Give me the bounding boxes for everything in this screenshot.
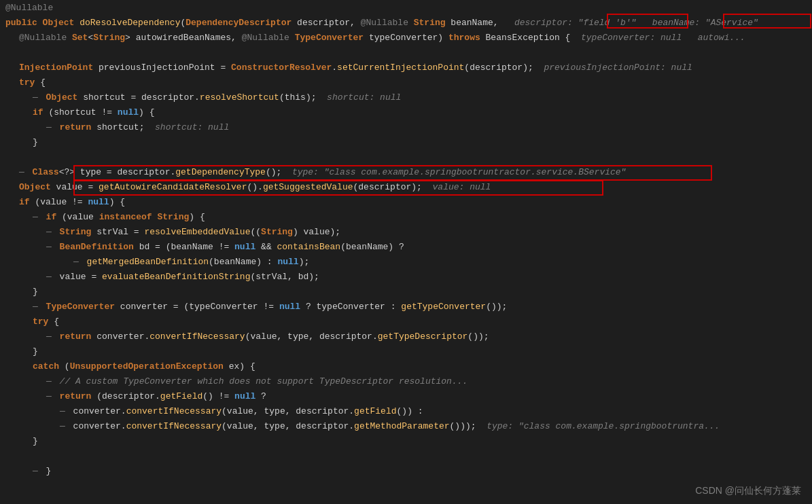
indent-dash: — — [60, 421, 71, 431]
token: String — [261, 227, 293, 237]
indent-dash: — — [46, 331, 57, 342]
token: } — [33, 287, 38, 297]
code-line: — converter.convertIfNecessary(value, ty… — [0, 421, 812, 436]
line-content: if (value instanceof String) { — [46, 212, 807, 222]
token: return — [60, 391, 92, 401]
code-line: — value = evaluateBeanDefinitionString(s… — [0, 272, 812, 287]
indent-dash: — — [33, 212, 43, 222]
token: "field 'b'" — [578, 18, 637, 28]
line-content: public Object doResolveDependency(Depend… — [5, 18, 807, 28]
token: shortcut; — [91, 122, 155, 132]
token: catch — [33, 361, 59, 372]
token: shortcut: null — [327, 92, 401, 103]
token: String — [414, 18, 446, 28]
token: getMergedBeanDefinition — [87, 257, 209, 267]
code-line: public Object doResolveDependency(Depend… — [0, 18, 812, 33]
token: ? — [255, 391, 266, 401]
token: Class — [33, 167, 59, 177]
token: (value — [56, 212, 99, 222]
token: getDependencyType — [175, 167, 266, 177]
token: getSuggestedValue — [263, 182, 353, 192]
token: InjectionPoint — [19, 62, 93, 73]
line-content: converter.convertIfNecessary(value, type… — [73, 421, 807, 431]
token: descriptor: — [514, 18, 578, 28]
line-content: return (descriptor.getField() != null ? — [60, 391, 807, 401]
token: ); — [299, 257, 310, 267]
token: // A custom TypeConverter which does not… — [60, 376, 468, 386]
token: ()) : — [397, 406, 423, 416]
token: throws — [448, 33, 480, 43]
token: } — [33, 436, 38, 446]
token: } — [46, 466, 52, 476]
code-line: } — [0, 436, 812, 451]
token: converter. — [91, 331, 149, 342]
token: (value, type, descriptor. — [222, 406, 354, 416]
token: beanName: — [636, 18, 705, 28]
token: setCurrentInjectionPoint — [337, 62, 464, 73]
line-content: String strVal = resolveEmbeddedValue((St… — [60, 227, 807, 237]
token: } — [33, 346, 38, 357]
code-line: — TypeConverter converter = (typeConvert… — [0, 302, 812, 317]
line-content: @Nullable Set<String> autowiredBeanNames… — [19, 33, 807, 43]
line-content: return converter.convertIfNecessary(valu… — [60, 331, 807, 342]
token: String — [157, 212, 189, 222]
token: typeConverter: null autowi... — [581, 33, 745, 43]
token: (value, type, descriptor. — [245, 331, 378, 342]
token: ())); — [450, 421, 487, 431]
indent-dash: — — [46, 227, 57, 237]
token: doResolveDependency — [80, 18, 180, 28]
code-line: — } — [0, 466, 812, 481]
code-line: catch (UnsupportedOperationException ex)… — [0, 361, 812, 376]
token: if — [33, 107, 43, 118]
code-line — [0, 48, 812, 62]
token: type: "class com.example.springbootruntr… — [292, 167, 626, 177]
token: beanName, — [446, 18, 514, 28]
line-content: BeanDefinition bd = (beanName != null &&… — [60, 242, 807, 252]
token: return — [60, 122, 92, 132]
token: Object — [43, 18, 80, 28]
token: } — [33, 137, 38, 147]
code-line: if (value != null) { — [0, 197, 812, 212]
token: (this); — [279, 92, 327, 103]
line-content: converter.convertIfNecessary(value, type… — [73, 406, 807, 416]
indent-dash: — — [46, 391, 57, 401]
token: previousInjectionPoint = — [93, 62, 231, 73]
token: (descriptor); — [464, 62, 544, 73]
token: TypeConverter — [295, 33, 364, 43]
code-line: — return (descriptor.getField() != null … — [0, 391, 812, 406]
line-content: } — [33, 346, 807, 357]
token: containsBean — [277, 242, 341, 252]
token: value: null — [433, 182, 491, 192]
token: getAutowireCandidateResolver — [99, 182, 247, 192]
token: "AService" — [705, 18, 758, 28]
code-line: @Nullable Set<String> autowiredBeanNames… — [0, 33, 812, 48]
token: converter. — [73, 406, 126, 416]
token: (descriptor. — [91, 391, 160, 401]
code-line — [0, 451, 812, 466]
indent-dash: — — [33, 92, 43, 103]
code-editor: @Nullablepublic Object doResolveDependen… — [0, 0, 812, 504]
token: @Nullable — [5, 3, 53, 13]
line-content: Object value = getAutowireCandidateResol… — [19, 182, 807, 192]
line-content: } — [33, 436, 807, 446]
line-content: value = evaluateBeanDefinitionString(str… — [60, 272, 807, 282]
token: converter = (typeConverter != — [115, 302, 279, 312]
line-content: TypeConverter converter = (typeConverter… — [46, 302, 807, 312]
token: ? typeConverter : — [300, 302, 401, 312]
code-line: — Class<?> type = descriptor.getDependen… — [0, 167, 812, 182]
line-content: catch (UnsupportedOperationException ex)… — [33, 361, 807, 372]
token: value = — [51, 182, 99, 192]
line-content: } — [33, 137, 807, 147]
indent-dash: — — [46, 272, 57, 282]
token: @Nullable — [19, 33, 72, 43]
indent-dash: — — [33, 302, 43, 312]
token: strVal = — [91, 227, 144, 237]
indent-dash: — — [46, 376, 57, 386]
token: getField — [354, 406, 396, 416]
token: null — [234, 242, 255, 252]
token: convertIfNecessary — [126, 421, 222, 431]
token: TypeConverter — [46, 302, 115, 312]
token: Object — [19, 182, 51, 192]
code-line: try { — [0, 317, 812, 331]
token: bd = (beanName != — [134, 242, 234, 252]
